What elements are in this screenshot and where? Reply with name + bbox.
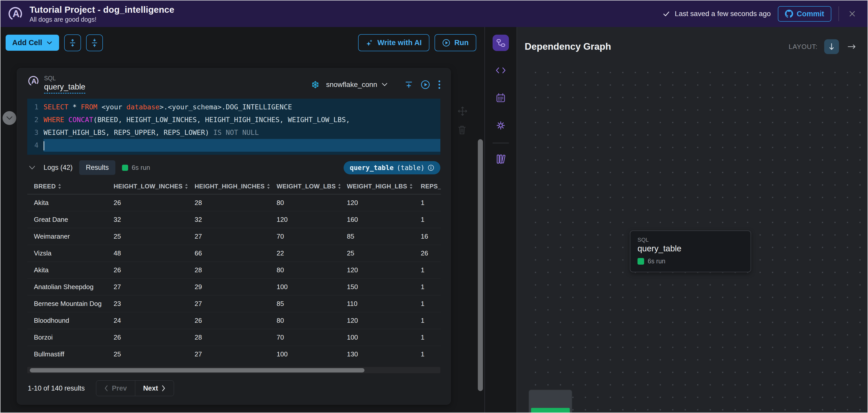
table-cell: Vizsla	[27, 249, 107, 257]
notebook-scrollbar-thumb[interactable]	[478, 139, 483, 391]
layout-horizontal-button[interactable]	[847, 43, 856, 50]
table-cell: 22	[270, 249, 340, 257]
layout-vertical-button[interactable]	[824, 39, 839, 54]
write-with-ai-button[interactable]: Write with AI	[358, 34, 429, 51]
svg-text:A: A	[31, 77, 37, 85]
table-row: Weimaraner2527708516	[27, 228, 441, 245]
column-header-weight_low_lbs[interactable]: WEIGHT_LOW_LBS	[270, 183, 340, 190]
table-cell: 70	[270, 333, 340, 342]
table-cell: 150	[340, 283, 414, 291]
table-cell: Akita	[27, 266, 107, 274]
cell-menu-kebab-icon[interactable]	[437, 79, 442, 91]
check-icon	[662, 10, 670, 18]
rail-divider	[493, 143, 509, 143]
column-header-reps_lower[interactable]: REPS_LOWER	[414, 183, 441, 190]
line-number: 1	[27, 101, 43, 113]
table-row: Bullmastiff25271001301	[27, 346, 441, 362]
logs-label[interactable]: Logs (42)	[43, 164, 72, 172]
node-type-label: SQL	[638, 237, 743, 243]
minimap-viewport[interactable]	[531, 408, 570, 413]
cell-name[interactable]: query_table	[44, 82, 85, 94]
code-line[interactable]: 3WEIGHT_HIGH_LBS, REPS_UPPER, REPS_LOWER…	[27, 126, 440, 139]
table-cell: Bernese Mountain Dog	[27, 300, 107, 308]
delete-cell-trash-icon[interactable]	[457, 124, 468, 135]
table-cell: 16	[414, 233, 441, 240]
horizontal-scrollbar-thumb[interactable]	[30, 368, 365, 373]
table-cell: Bloodhound	[27, 317, 107, 325]
commit-button[interactable]: Commit	[778, 6, 831, 22]
saved-status: Last saved a few seconds ago	[662, 10, 771, 18]
table-cell: 120	[340, 317, 414, 325]
column-header-weight_high_lbs[interactable]: WEIGHT_HIGH_LBS	[340, 183, 414, 190]
table-cell: 80	[270, 266, 340, 274]
table-row: Bloodhound2426801201	[27, 312, 441, 329]
table-cell: 1	[414, 216, 441, 224]
table-cell: Anatolian Sheepdog	[27, 283, 107, 291]
add-cell-below-icon[interactable]	[404, 80, 414, 90]
rail-item-settings-gear[interactable]	[493, 117, 509, 134]
project-subtitle: All dogs are good dogs!	[30, 16, 174, 23]
line-number: 4	[27, 139, 43, 152]
code-line[interactable]: 2WHERE CONCAT(BREED, HEIGHT_LOW_INCHES, …	[27, 113, 440, 126]
table-cell: 26	[188, 317, 270, 325]
panel-title: Dependency Graph	[525, 41, 611, 52]
rail-item-code[interactable]	[493, 62, 509, 79]
code-line[interactable]: 1SELECT * FROM <your database>.<your_sch…	[27, 101, 440, 113]
table-cell: Great Dane	[27, 216, 107, 224]
move-cell-icon[interactable]	[457, 106, 468, 117]
horizontal-scrollbar-track[interactable]	[27, 366, 440, 373]
chevron-down-icon	[381, 83, 388, 87]
collapse-all-cells-button[interactable]	[86, 34, 103, 51]
run-all-button[interactable]: Run	[435, 34, 476, 51]
node-name: query_table	[638, 244, 743, 254]
column-header-height_low_inches[interactable]: HEIGHT_LOW_INCHES	[107, 183, 188, 190]
graph-canvas[interactable]: SQL query_table 6s run	[524, 62, 867, 413]
run-cell-button[interactable]	[420, 79, 431, 90]
table-cell: 23	[107, 300, 188, 308]
expand-all-cells-button[interactable]	[64, 34, 81, 51]
table-cell: 48	[107, 249, 188, 257]
graph-node-query-table[interactable]: SQL query_table 6s run	[630, 231, 751, 272]
table-cell: 28	[188, 266, 270, 274]
results-table: BREEDHEIGHT_LOW_INCHESHEIGHT_HIGH_INCHES…	[27, 178, 441, 362]
table-cell: 110	[340, 300, 414, 308]
table-cell: 28	[188, 199, 270, 207]
rail-item-library[interactable]	[493, 151, 509, 167]
cell-type-label: SQL	[44, 75, 85, 82]
table-cell: 120	[340, 266, 414, 274]
close-button[interactable]	[846, 8, 858, 20]
collapse-cell-button[interactable]	[3, 111, 16, 125]
column-header-breed[interactable]: BREED	[27, 183, 107, 190]
table-cell: 27	[107, 283, 188, 291]
app-logo-icon: A	[7, 6, 24, 22]
table-cell: 26	[414, 249, 441, 257]
line-number: 3	[27, 126, 43, 139]
code-line[interactable]: 4	[27, 139, 440, 152]
info-icon	[428, 165, 434, 171]
add-cell-button[interactable]: Add Cell	[6, 35, 59, 51]
collapse-results-chevron-icon[interactable]	[27, 164, 37, 171]
column-header-height_high_inches[interactable]: HEIGHT_HIGH_INCHES	[188, 183, 270, 190]
table-row: Akita2628801201	[27, 194, 441, 211]
chevron-down-icon	[46, 41, 53, 45]
next-page-button[interactable]: Next	[135, 381, 174, 396]
table-cell: 80	[270, 199, 340, 207]
table-cell: 1	[414, 350, 441, 358]
table-cell: 120	[340, 199, 414, 207]
results-tab[interactable]: Results	[79, 160, 115, 175]
graph-minimap[interactable]	[528, 389, 572, 413]
table-cell: Akita	[27, 199, 107, 207]
output-table-badge[interactable]: query_table (table)	[344, 161, 440, 174]
sql-code-editor[interactable]: 1SELECT * FROM <your database>.<your_sch…	[27, 99, 440, 155]
connection-selector[interactable]: snowflake_conn	[325, 80, 389, 90]
prev-page-button[interactable]: Prev	[96, 381, 135, 396]
table-cell: 29	[188, 283, 270, 291]
chevron-left-icon	[104, 385, 108, 391]
table-cell: Weimaraner	[27, 233, 107, 240]
cell-logo-icon: A	[27, 75, 39, 87]
rail-item-schedule-calendar[interactable]	[493, 90, 509, 106]
table-cell: 1	[414, 266, 441, 274]
rail-item-dependency-graph[interactable]	[493, 35, 509, 51]
table-cell: Borzoi	[27, 333, 107, 342]
table-cell: 120	[270, 216, 340, 224]
